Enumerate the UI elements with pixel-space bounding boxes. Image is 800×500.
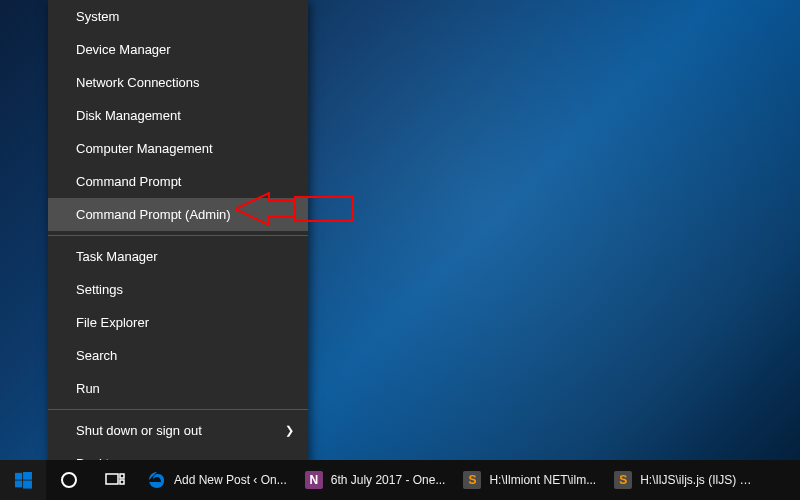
- task-view-button[interactable]: [92, 460, 138, 500]
- start-button[interactable]: [0, 460, 46, 500]
- taskbar-item-sublime-1[interactable]: SH:\Ilmiont NET\ilm...: [453, 460, 604, 500]
- windows-logo-icon: [15, 472, 32, 489]
- edge-icon: [146, 469, 168, 491]
- svg-rect-2: [15, 472, 22, 479]
- menu-item-label: File Explorer: [76, 315, 149, 330]
- taskbar-item-label: Add New Post ‹ On...: [174, 473, 287, 487]
- winx-context-menu: SystemDevice ManagerNetwork ConnectionsD…: [48, 0, 308, 484]
- menu-separator: [48, 235, 308, 236]
- cortana-icon: [60, 471, 78, 489]
- menu-item-search[interactable]: Search: [48, 339, 308, 372]
- menu-item-label: Settings: [76, 282, 123, 297]
- menu-item-command-prompt[interactable]: Command Prompt: [48, 165, 308, 198]
- menu-item-computer-management[interactable]: Computer Management: [48, 132, 308, 165]
- menu-item-label: System: [76, 9, 119, 24]
- menu-item-device-manager[interactable]: Device Manager: [48, 33, 308, 66]
- menu-separator: [48, 409, 308, 410]
- svg-point-6: [62, 473, 76, 487]
- menu-item-label: Network Connections: [76, 75, 200, 90]
- menu-item-network-connections[interactable]: Network Connections: [48, 66, 308, 99]
- sublime-icon: S: [461, 469, 483, 491]
- task-view-icon: [105, 472, 125, 488]
- menu-item-label: Computer Management: [76, 141, 213, 156]
- menu-item-file-explorer[interactable]: File Explorer: [48, 306, 308, 339]
- menu-item-label: Command Prompt: [76, 174, 181, 189]
- menu-item-label: Command Prompt (Admin): [76, 207, 231, 222]
- svg-rect-9: [120, 480, 124, 484]
- cortana-button[interactable]: [46, 460, 92, 500]
- menu-item-label: Task Manager: [76, 249, 158, 264]
- menu-item-label: Shut down or sign out: [76, 423, 202, 438]
- menu-item-shutdown[interactable]: Shut down or sign out❯: [48, 414, 308, 447]
- menu-item-label: Device Manager: [76, 42, 171, 57]
- chevron-right-icon: ❯: [285, 424, 294, 437]
- taskbar-item-label: H:\Ilmiont NET\ilm...: [489, 473, 596, 487]
- svg-rect-8: [120, 474, 124, 478]
- taskbar: Add New Post ‹ On...N6th July 2017 - One…: [0, 460, 800, 500]
- menu-item-label: Disk Management: [76, 108, 181, 123]
- menu-item-label: Run: [76, 381, 100, 396]
- menu-item-run[interactable]: Run: [48, 372, 308, 405]
- svg-rect-5: [23, 480, 32, 488]
- menu-item-task-manager[interactable]: Task Manager: [48, 240, 308, 273]
- menu-item-disk-management[interactable]: Disk Management: [48, 99, 308, 132]
- taskbar-item-onenote[interactable]: N6th July 2017 - One...: [295, 460, 454, 500]
- onenote-icon: N: [303, 469, 325, 491]
- taskbar-item-label: 6th July 2017 - One...: [331, 473, 446, 487]
- menu-item-settings[interactable]: Settings: [48, 273, 308, 306]
- svg-rect-7: [106, 474, 118, 484]
- taskbar-item-label: H:\IlJS\iljs.js (IlJS) - ...: [640, 473, 755, 487]
- sublime-icon: S: [612, 469, 634, 491]
- svg-rect-4: [15, 480, 22, 487]
- taskbar-item-sublime-2[interactable]: SH:\IlJS\iljs.js (IlJS) - ...: [604, 460, 763, 500]
- menu-item-command-prompt-admin[interactable]: Command Prompt (Admin): [48, 198, 308, 231]
- taskbar-item-edge[interactable]: Add New Post ‹ On...: [138, 460, 295, 500]
- menu-item-label: Search: [76, 348, 117, 363]
- svg-rect-3: [23, 472, 32, 480]
- menu-item-system[interactable]: System: [48, 0, 308, 33]
